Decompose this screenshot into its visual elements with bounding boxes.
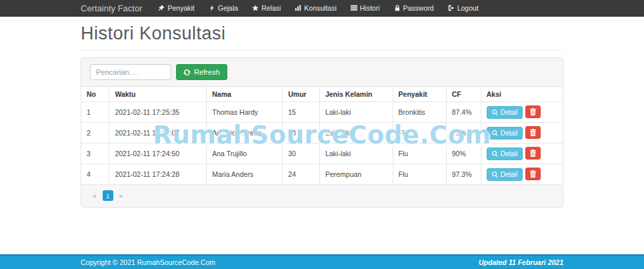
detail-button-label: Detail	[501, 171, 518, 178]
table-toolbar: Refresh	[81, 58, 563, 86]
header-aksi: Aksi	[481, 87, 563, 102]
delete-button[interactable]	[525, 147, 541, 160]
cell-jenis-kelamin: Perempuan	[319, 164, 393, 185]
nav-item-label: Histori	[360, 4, 380, 12]
detail-button[interactable]: Detail	[487, 148, 523, 160]
detail-button[interactable]: Detail	[487, 168, 523, 181]
cell-penyakit: Flu	[393, 164, 446, 185]
nav-item-label: Gejala	[218, 4, 238, 12]
nav-item-logout[interactable]: Logout	[448, 4, 479, 12]
header-umur: Umur	[283, 87, 320, 102]
nav-menu: Penyakit Gejala Relasi Konsultasi Histor…	[158, 4, 478, 12]
nav-item-konsultasi[interactable]: Konsultasi	[295, 4, 336, 12]
cell-penyakit: Flu	[393, 144, 446, 164]
histori-panel: Refresh No Waktu Nama Umur Jenis Kelamin…	[81, 57, 563, 208]
cell-cf: 97.3%	[446, 164, 481, 185]
cell-jenis-kelamin: Laki-laki	[319, 123, 393, 144]
cell-cf: 85%	[446, 123, 481, 144]
search-input[interactable]	[90, 64, 171, 80]
nav-item-relasi[interactable]: Relasi	[252, 4, 281, 12]
top-navbar: Certainty Factor Penyakit Gejala Relasi …	[0, 0, 644, 17]
pagination-page-1[interactable]: 1	[103, 190, 113, 201]
cell-nama: Ana Trujillo	[207, 144, 283, 164]
cell-no: 2	[81, 123, 109, 144]
page-title: Histori Konsultasi	[81, 23, 563, 44]
cell-aksi: Detail	[481, 164, 563, 185]
footer-copyright: Copyright © 2021 RumahSourceCode.Com	[81, 258, 215, 266]
trash-icon	[530, 150, 536, 157]
nav-item-histori[interactable]: Histori	[351, 4, 380, 12]
magnifier-icon	[492, 172, 498, 178]
header-jenis-kelamin: Jenis Kelamin	[319, 87, 393, 102]
cell-umur: 24	[283, 164, 320, 185]
cell-umur: 30	[283, 144, 320, 164]
table-header-row: No Waktu Nama Umur Jenis Kelamin Penyaki…	[81, 87, 563, 102]
table-icon	[351, 5, 357, 11]
cell-aksi: Detail	[481, 102, 563, 123]
refresh-button[interactable]: Refresh	[176, 64, 227, 80]
table-row: 3 2021-02-11 17:24:50 Ana Trujillo 30 La…	[81, 144, 563, 164]
logout-icon	[448, 5, 455, 11]
table-row: 2 2021-02-11 17:25:07 Antonio Moreno 18 …	[81, 123, 563, 144]
nav-item-gejala[interactable]: Gejala	[209, 4, 238, 12]
header-nama: Nama	[207, 87, 283, 102]
cell-jenis-kelamin: Laki-laki	[319, 102, 393, 123]
cell-penyakit: Bronkitis	[393, 102, 446, 123]
cell-nama: Maria Anders	[207, 164, 283, 185]
detail-button[interactable]: Detail	[487, 106, 523, 119]
cell-umur: 15	[283, 102, 320, 123]
trash-icon	[530, 108, 536, 115]
star-icon	[252, 5, 259, 11]
cell-penyakit: Flu	[393, 123, 446, 144]
cell-cf: 90%	[446, 144, 481, 164]
detail-button-label: Detail	[501, 150, 518, 158]
main-content: Histori Konsultasi Refresh No Waktu Nama	[81, 23, 563, 208]
nav-item-label: Password	[403, 4, 434, 12]
brand-title[interactable]: Certainty Factor	[81, 3, 142, 13]
cell-jenis-kelamin: Laki-laki	[319, 144, 393, 164]
cell-no: 4	[81, 164, 109, 185]
cell-waktu: 2021-02-11 17:25:07	[109, 123, 207, 144]
header-waktu: Waktu	[109, 87, 207, 102]
nav-item-password[interactable]: Password	[394, 4, 434, 12]
title-divider	[81, 50, 563, 51]
header-cf: CF	[446, 87, 481, 102]
histori-table: No Waktu Nama Umur Jenis Kelamin Penyaki…	[81, 86, 563, 185]
detail-button[interactable]: Detail	[487, 127, 523, 140]
cell-aksi: Detail	[481, 123, 563, 144]
cell-nama: Thomas Hardy	[207, 102, 283, 123]
footer-updated: Updated 11 Februari 2021	[479, 258, 563, 266]
cell-umur: 18	[283, 123, 320, 144]
magnifier-icon	[492, 151, 498, 157]
refresh-icon	[183, 69, 191, 76]
bar-chart-icon	[295, 5, 301, 11]
cell-waktu: 2021-02-11 17:24:50	[109, 144, 207, 164]
lock-icon	[394, 5, 401, 11]
bolt-icon	[209, 5, 215, 11]
header-no: No	[81, 87, 109, 102]
table-row: 1 2021-02-11 17:25:35 Thomas Hardy 15 La…	[81, 102, 563, 123]
delete-button[interactable]	[525, 168, 541, 180]
thumbtack-icon	[158, 5, 165, 11]
detail-button-label: Detail	[501, 129, 518, 137]
page-footer: Copyright © 2021 RumahSourceCode.Com Upd…	[0, 254, 644, 269]
delete-button[interactable]	[525, 105, 541, 118]
refresh-button-label: Refresh	[194, 68, 220, 76]
delete-button[interactable]	[525, 126, 541, 139]
trash-icon	[530, 170, 536, 178]
magnifier-icon	[492, 130, 498, 136]
pagination: « 1 »	[81, 185, 563, 207]
cell-no: 1	[81, 102, 109, 123]
trash-icon	[530, 129, 536, 136]
magnifier-icon	[492, 109, 498, 115]
cell-aksi: Detail	[481, 144, 563, 164]
nav-item-label: Konsultasi	[304, 4, 336, 12]
cell-nama: Antonio Moreno	[207, 123, 283, 144]
detail-button-label: Detail	[501, 109, 518, 116]
cell-waktu: 2021-02-11 17:25:35	[109, 102, 207, 123]
nav-item-label: Relasi	[261, 4, 281, 12]
nav-item-penyakit[interactable]: Penyakit	[158, 4, 194, 12]
table-row: 4 2021-02-11 17:24:28 Maria Anders 24 Pe…	[81, 164, 563, 185]
pagination-prev[interactable]: «	[91, 192, 99, 200]
pagination-next[interactable]: »	[117, 192, 125, 200]
